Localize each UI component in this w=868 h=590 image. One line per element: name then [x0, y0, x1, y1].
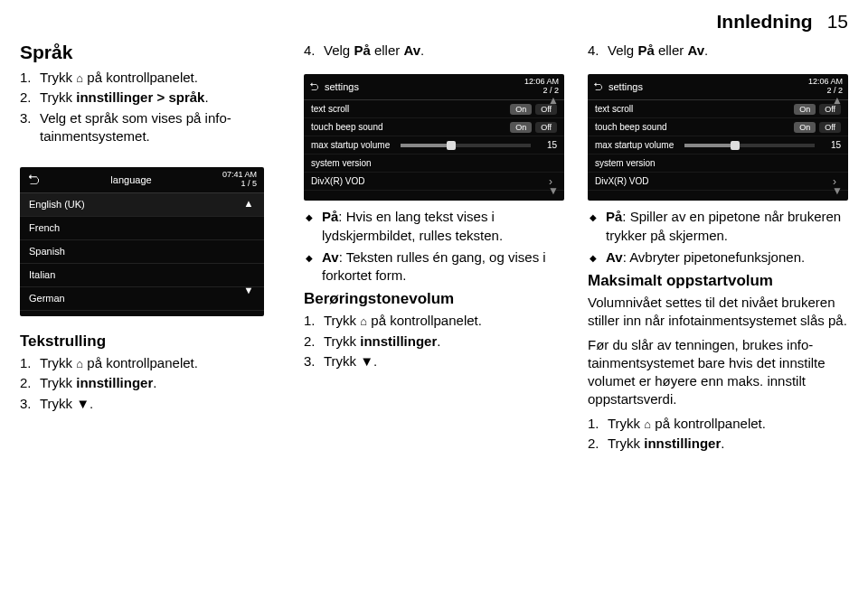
- table-row[interactable]: max startup volume15: [588, 136, 848, 155]
- list-item[interactable]: Spanish: [20, 240, 264, 264]
- list-item: Trykk innstillinger.: [20, 374, 280, 392]
- chevron-down-icon[interactable]: ▼: [548, 184, 559, 197]
- list-item[interactable]: Italian: [20, 264, 264, 287]
- chevron-down-icon[interactable]: ▼: [832, 184, 843, 197]
- heading-tekstrulling: Tekstrulling: [20, 332, 280, 351]
- shot-title: settings: [609, 81, 643, 92]
- list-item[interactable]: French: [20, 217, 264, 240]
- list-item: Av: Teksten rulles én gang, og vises i f…: [304, 248, 564, 286]
- steps-maks: Trykk ⌂ på kontrollpanelet. Trykk innsti…: [588, 415, 848, 455]
- page-number: 15: [827, 11, 848, 33]
- volume-slider[interactable]: [684, 144, 815, 147]
- list-item: På: Hvis en lang tekst vises i lydskjerm…: [304, 208, 564, 245]
- heading-beroringstonevolum: Berøringstonevolum: [304, 290, 564, 308]
- chevron-down-icon[interactable]: ▼: [244, 285, 254, 295]
- column-2: Velg På eller Av. ⮌settings 12:06 AM2 / …: [304, 42, 564, 467]
- shot-header: ⮌ language 07:41 AM 1 / 5: [20, 167, 264, 193]
- shot-header: ⮌settings 12:06 AM2 / 2: [588, 74, 848, 100]
- heading-sprak: Språk: [20, 42, 280, 63]
- back-icon[interactable]: ⮌: [27, 173, 40, 187]
- chevron-up-icon[interactable]: ▲: [548, 94, 559, 107]
- section-title: Innledning: [716, 11, 812, 33]
- list-item: Velg et språk som vises på info­tainment…: [20, 109, 280, 146]
- list-item: Trykk ▼.: [20, 395, 280, 413]
- home-icon: ⌂: [76, 71, 83, 85]
- list-item[interactable]: English (UK): [20, 193, 264, 217]
- column-3: Velg På eller Av. ⮌settings 12:06 AM2 / …: [588, 42, 848, 467]
- settings-rows: text scrollOnOff touch beep soundOnOff m…: [304, 100, 564, 191]
- steps-tekstrulling: Trykk ⌂ på kontrollpanelet. Trykk innsti…: [20, 354, 280, 415]
- list-item: Trykk innstillinger.: [304, 332, 564, 351]
- volume-slider[interactable]: [401, 144, 531, 147]
- paragraph: Volumnivået settes til det nivået bru­ke…: [588, 294, 848, 331]
- table-row[interactable]: text scrollOnOff: [588, 100, 848, 118]
- list-item: Trykk innstillinger > språk.: [20, 89, 280, 107]
- paragraph: Før du slår av tenningen, brukes info­ta…: [588, 336, 848, 409]
- list-item: Trykk ⌂ på kontrollpanelet.: [20, 69, 280, 87]
- steps-berorings: Trykk ⌂ på kontrollpanelet. Trykk innsti…: [304, 312, 564, 372]
- column-1: Språk Trykk ⌂ på kontrollpanelet. Trykk …: [20, 42, 280, 467]
- list-item: På: Spiller av en pipetone når brukeren …: [588, 208, 848, 245]
- chevron-up-icon[interactable]: ▲: [832, 94, 843, 107]
- list-item: Velg På eller Av.: [588, 42, 848, 60]
- chevron-up-icon[interactable]: ▲: [244, 198, 254, 209]
- table-row[interactable]: system version: [304, 155, 564, 173]
- list-item: Trykk ⌂ på kontrollpanelet.: [304, 312, 564, 330]
- home-icon: ⌂: [360, 314, 367, 328]
- table-row[interactable]: system version: [588, 155, 848, 173]
- scroll-arrows: ▲ ▼: [239, 198, 259, 295]
- steps-sprak: Trykk ⌂ på kontrollpanelet. Trykk innsti…: [20, 69, 280, 147]
- list-item: Trykk innstillinger.: [588, 435, 848, 453]
- list-item: Av: Avbryter pipetonefunksjo­nen.: [588, 248, 848, 267]
- back-icon[interactable]: ⮌: [309, 81, 319, 92]
- bullets-col2: På: Hvis en lang tekst vises i lydskjerm…: [304, 208, 564, 288]
- home-icon: ⌂: [76, 357, 83, 370]
- screenshot-language: ⮌ language 07:41 AM 1 / 5 English (UK) F…: [20, 167, 264, 316]
- list-item: Trykk ⌂ på kontrollpanelet.: [20, 354, 280, 372]
- screenshot-settings-2: ⮌settings 12:06 AM2 / 2 text scrollOnOff…: [588, 74, 848, 201]
- list-item[interactable]: German: [20, 287, 264, 311]
- shot-title: language: [110, 174, 151, 185]
- shot-title: settings: [325, 81, 359, 92]
- language-rows: English (UK) French Spanish Italian Germ…: [20, 193, 264, 311]
- table-row[interactable]: DivX(R) VOD›: [588, 173, 848, 191]
- columns: Språk Trykk ⌂ på kontrollpanelet. Trykk …: [20, 42, 848, 467]
- settings-rows: text scrollOnOff touch beep soundOnOff m…: [588, 100, 848, 191]
- table-row[interactable]: text scrollOnOff: [304, 100, 564, 118]
- heading-maks-oppstartvolum: Maksimalt oppstartvolum: [588, 272, 848, 290]
- list-item: Trykk ⌂ på kontrollpanelet.: [588, 415, 848, 433]
- shot-time: 07:41 AM: [222, 170, 257, 179]
- table-row[interactable]: touch beep soundOnOff: [304, 118, 564, 136]
- table-row[interactable]: touch beep soundOnOff: [588, 118, 848, 136]
- screenshot-settings-1: ⮌settings 12:06 AM2 / 2 text scrollOnOff…: [304, 74, 564, 201]
- home-icon: ⌂: [644, 417, 651, 431]
- table-row[interactable]: DivX(R) VOD›: [304, 173, 564, 191]
- list-item: Velg På eller Av.: [304, 42, 564, 60]
- back-icon[interactable]: ⮌: [593, 81, 603, 92]
- bullets-col3: På: Spiller av en pipetone når brukeren …: [588, 208, 848, 270]
- step-4-col3: Velg På eller Av.: [588, 42, 848, 61]
- table-row[interactable]: max startup volume15: [304, 136, 564, 155]
- step-4-col2: Velg På eller Av.: [304, 42, 564, 61]
- shot-index: 1 / 5: [241, 179, 257, 188]
- list-item: Trykk ▼.: [304, 352, 564, 370]
- shot-header: ⮌settings 12:06 AM2 / 2: [304, 74, 564, 100]
- page-header: Innledning 15: [20, 11, 848, 33]
